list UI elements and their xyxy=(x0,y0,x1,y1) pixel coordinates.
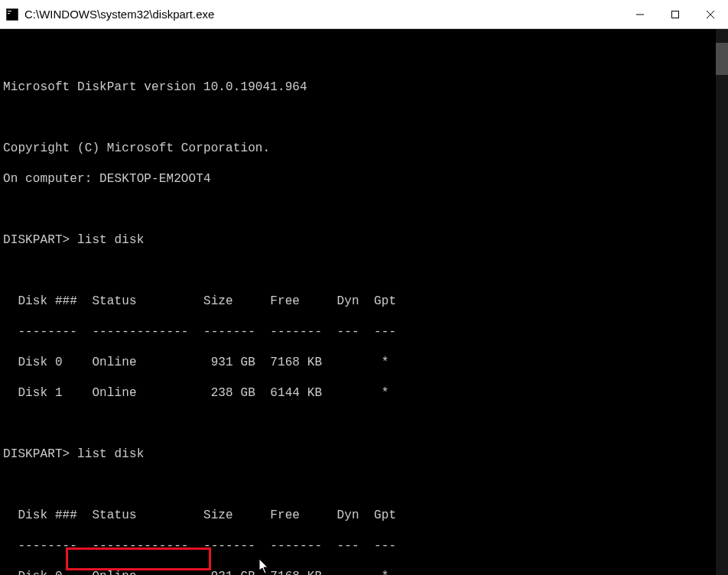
maximize-button[interactable] xyxy=(658,0,693,29)
console-line: DISKPART> list disk xyxy=(3,232,728,248)
console-line xyxy=(3,110,728,125)
console-line: -------- ------------- ------- ------- -… xyxy=(3,538,728,554)
console-line: On computer: DESKTOP-EM2OOT4 xyxy=(3,171,728,187)
console-line: Disk 1 Online 238 GB 6144 KB * xyxy=(3,385,728,401)
console-line xyxy=(3,416,728,431)
console-line: Copyright (C) Microsoft Corporation. xyxy=(3,141,728,156)
svg-rect-1 xyxy=(8,11,11,11)
titlebar[interactable]: C:\WINDOWS\system32\diskpart.exe xyxy=(0,0,728,29)
console-line xyxy=(3,49,728,64)
svg-rect-2 xyxy=(8,13,10,14)
console-line: Disk ### Status Size Free Dyn Gpt xyxy=(3,294,728,309)
console-line: Disk ### Status Size Free Dyn Gpt xyxy=(3,508,728,523)
app-icon xyxy=(6,8,18,21)
console-line: -------- ------------- ------- ------- -… xyxy=(3,324,728,339)
console-area[interactable]: Microsoft DiskPart version 10.0.19041.96… xyxy=(0,29,728,575)
console-line: Disk 0 Online 931 GB 7168 KB * xyxy=(3,569,728,575)
scrollbar[interactable] xyxy=(716,29,728,575)
console-line xyxy=(3,263,728,278)
svg-rect-4 xyxy=(672,11,679,18)
app-window: C:\WINDOWS\system32\diskpart.exe Microso… xyxy=(0,0,728,575)
svg-rect-0 xyxy=(6,8,18,21)
minimize-button[interactable] xyxy=(622,0,658,29)
close-button[interactable] xyxy=(693,0,728,29)
console-line: Disk 0 Online 931 GB 7168 KB * xyxy=(3,355,728,370)
scrollbar-thumb[interactable] xyxy=(716,43,728,75)
window-title: C:\WINDOWS\system32\diskpart.exe xyxy=(24,8,214,21)
console-line: DISKPART> list disk xyxy=(3,447,728,462)
console-line xyxy=(3,477,728,492)
console-line xyxy=(3,202,728,217)
console-line: Microsoft DiskPart version 10.0.19041.96… xyxy=(3,80,728,95)
